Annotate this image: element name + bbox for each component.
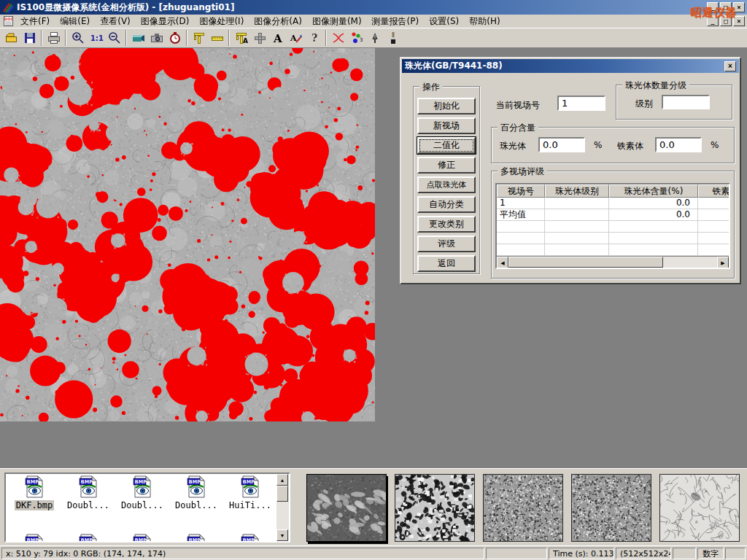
column-header[interactable]: 视场号 [497, 184, 545, 198]
file-item[interactable]: BMPDKF.bmp [7, 475, 61, 510]
thumb-5[interactable] [659, 474, 740, 542]
svg-text:BMP: BMP [188, 479, 200, 485]
merge-button[interactable] [250, 29, 268, 47]
file-item[interactable]: BMPDoubl... [169, 475, 223, 510]
file-item[interactable]: BMP [61, 534, 115, 542]
percent-group-label: 百分含量 [498, 122, 538, 134]
count-points-button[interactable] [347, 29, 365, 47]
file-item[interactable]: BMP [115, 534, 169, 542]
text-button[interactable] [268, 29, 287, 47]
file-item[interactable]: BMPDoubl... [115, 475, 169, 510]
video-camera-button[interactable] [129, 29, 147, 47]
bmp-file-icon: BMP [25, 475, 44, 500]
zoom-in-button[interactable] [69, 29, 87, 47]
op-pick-pearlite-button[interactable]: 点取珠光体 [417, 176, 476, 193]
op-rate-button[interactable]: 评级 [417, 236, 476, 252]
thumb-2[interactable] [395, 474, 475, 542]
brush-tool-icon [386, 31, 400, 45]
multiview-header: 视场号珠光体级别珠光体含量(%)铁素体含量(%) [497, 184, 730, 198]
menu-item-file[interactable]: 文件(F) [15, 15, 55, 28]
brush-tool-button[interactable] [384, 29, 402, 47]
caliper-text-button[interactable] [232, 29, 250, 47]
thumb-1[interactable] [306, 474, 387, 542]
table-hscrollbar[interactable]: ◀ ▶ [497, 256, 729, 268]
ruler-button[interactable] [208, 29, 226, 47]
scroll-right-icon[interactable]: ▶ [717, 257, 729, 268]
pearlite-percent-input[interactable] [538, 137, 585, 152]
table-row[interactable]: 10.0 [497, 198, 730, 209]
hscroll-thumb[interactable] [508, 257, 663, 268]
zoom-out-button[interactable] [105, 29, 123, 47]
menu-item-image-process[interactable]: 图像处理(I) [194, 15, 249, 28]
help-button[interactable] [305, 29, 323, 47]
file-item[interactable]: BMPDoubl... [61, 475, 115, 510]
curve-tool-button[interactable] [329, 29, 347, 47]
file-item[interactable]: BMPHuiTi... [223, 475, 277, 510]
document-icon[interactable] [2, 15, 15, 27]
file-vscrollbar[interactable]: ▲ ▼ [276, 474, 289, 541]
hscroll-track[interactable] [663, 257, 717, 268]
thumb-4[interactable] [571, 474, 651, 542]
op-auto-classify-button[interactable]: 自动分类 [417, 196, 476, 213]
dialog-close-button[interactable]: × [724, 61, 736, 71]
file-name: Doubl... [66, 500, 111, 510]
table-row[interactable] [497, 221, 730, 233]
vendor-watermark: 昭通仪器 [690, 6, 737, 20]
timer-button[interactable] [166, 29, 184, 47]
op-new-field-button[interactable]: 新视场 [417, 117, 476, 134]
menu-item-image-measure[interactable]: 图像测量(M) [307, 15, 367, 28]
file-name: Doubl... [174, 500, 219, 510]
menu-item-image-analysis[interactable]: 图像分析(A) [249, 15, 307, 28]
menu-item-help[interactable]: 帮助(H) [464, 15, 505, 28]
current-field-input[interactable] [557, 96, 605, 111]
vscroll-thumb[interactable] [276, 486, 288, 502]
table-row[interactable] [497, 244, 730, 256]
op-correct-button[interactable]: 修正 [417, 157, 476, 174]
menu-item-settings[interactable]: 设置(S) [424, 15, 464, 28]
menu-item-edit[interactable]: 编辑(E) [55, 15, 95, 28]
pearlite-label: 珠光体 [500, 140, 526, 152]
scroll-up-icon[interactable]: ▲ [276, 474, 288, 486]
file-item[interactable]: BMP [7, 534, 61, 542]
vscroll-track[interactable] [276, 502, 289, 529]
table-row[interactable] [497, 233, 730, 244]
scroll-left-icon[interactable]: ◀ [497, 257, 508, 268]
dialog-title-bar[interactable]: 珠光体(GB/T9441-88) × [402, 59, 739, 73]
multiview-body: 10.0平均值0.0 [497, 198, 729, 256]
print-button[interactable] [44, 29, 63, 47]
time-status: Time (s): 0.113 [549, 548, 614, 559]
caliper-text-icon [234, 31, 249, 45]
camera-button[interactable] [147, 29, 166, 47]
menu-item-image-display[interactable]: 图像显示(D) [136, 15, 195, 28]
metallographic-image[interactable] [0, 48, 375, 421]
table-cell [609, 221, 698, 233]
actual-size-button[interactable] [87, 29, 105, 47]
table-cell: 平均值 [497, 209, 545, 221]
op-binarize-button[interactable]: 二值化 [417, 137, 476, 154]
file-item[interactable]: BMP [223, 534, 277, 542]
open-folder-button[interactable] [2, 29, 20, 47]
op-change-class-button[interactable]: 更改类别 [417, 216, 476, 233]
menu-item-view[interactable]: 查看(V) [95, 15, 136, 28]
column-header[interactable]: 铁素体含量(%) [698, 184, 730, 198]
table-row[interactable]: 平均值0.0 [497, 209, 730, 221]
caliper-button[interactable] [190, 29, 208, 47]
ferrite-percent-input[interactable] [655, 137, 702, 152]
thumb-3[interactable] [483, 474, 563, 542]
grade-input[interactable] [662, 95, 710, 109]
camera-icon [150, 31, 164, 45]
file-list-row2: BMPBMPBMPBMPBMP [7, 534, 277, 542]
pen-tool-button[interactable] [365, 29, 384, 47]
table-cell: 0.0 [609, 209, 698, 221]
bmp-file-icon: BMP [187, 475, 206, 500]
op-init-button[interactable]: 初始化 [417, 98, 476, 114]
menu-item-measure-report[interactable]: 测量报告(P) [367, 15, 425, 28]
column-header[interactable]: 珠光体级别 [545, 184, 609, 198]
column-header[interactable]: 珠光体含量(%) [609, 184, 698, 198]
pen-tool-icon [368, 31, 382, 45]
save-button[interactable] [20, 29, 39, 47]
file-item[interactable]: BMP [169, 534, 223, 542]
annotate-button[interactable] [287, 29, 305, 47]
op-return-button[interactable]: 返回 [417, 255, 476, 272]
scroll-down-icon[interactable]: ▼ [276, 529, 288, 541]
